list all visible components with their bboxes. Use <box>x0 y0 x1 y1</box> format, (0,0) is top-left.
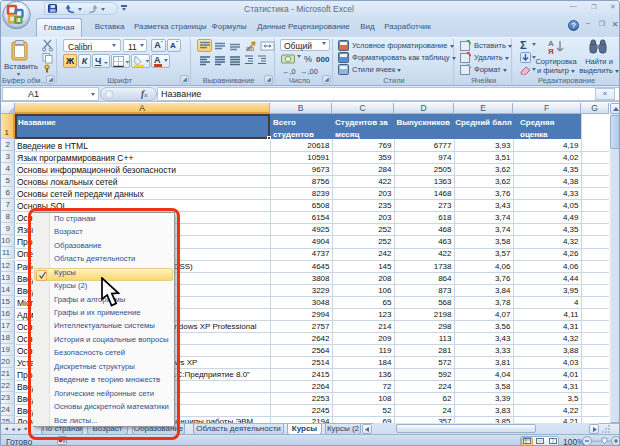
svg-text:ab: ab <box>246 45 254 52</box>
svg-text:Я: Я <box>548 47 554 54</box>
svg-text:?: ? <box>571 21 576 30</box>
